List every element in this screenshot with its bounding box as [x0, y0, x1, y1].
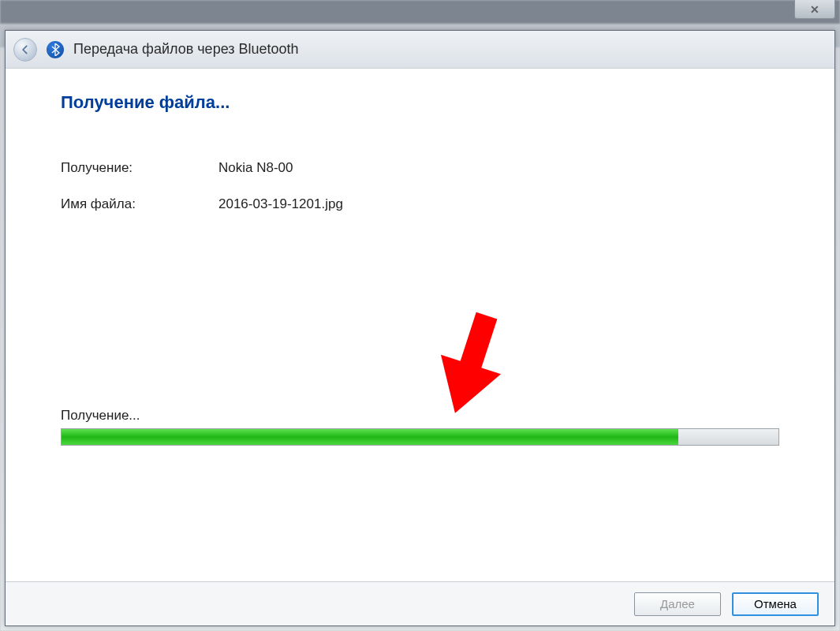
- cancel-button-label: Отмена: [754, 597, 797, 610]
- row-receive-from: Получение: Nokia N8-00: [61, 160, 787, 176]
- receive-value: Nokia N8-00: [218, 160, 293, 176]
- cancel-button[interactable]: Отмена: [732, 592, 819, 616]
- bluetooth-transfer-wizard: Передача файлов через Bluetooth Получени…: [5, 30, 835, 626]
- progress-section: Получение...: [61, 408, 779, 446]
- progress-bar: [61, 428, 779, 446]
- back-button[interactable]: [13, 38, 37, 62]
- wizard-footer: Далее Отмена: [6, 581, 834, 625]
- wizard-header: Передача файлов через Bluetooth: [6, 31, 834, 69]
- progress-label: Получение...: [61, 408, 779, 424]
- wizard-title: Передача файлов через Bluetooth: [73, 41, 299, 58]
- arrow-left-icon: [20, 44, 31, 55]
- progress-fill: [62, 429, 678, 445]
- next-button-label: Далее: [660, 597, 695, 610]
- receive-label: Получение:: [61, 160, 218, 176]
- svg-rect-0: [459, 312, 497, 372]
- page-heading: Получение файла...: [61, 92, 787, 113]
- window-close-background: ✕: [794, 0, 835, 19]
- wizard-body: Получение файла... Получение: Nokia N8-0…: [6, 69, 834, 581]
- filename-label: Имя файла:: [61, 196, 218, 212]
- filename-value: 2016-03-19-1201.jpg: [218, 196, 343, 212]
- bluetooth-icon: [47, 41, 64, 58]
- close-icon: ✕: [810, 3, 819, 16]
- next-button: Далее: [634, 592, 721, 616]
- row-filename: Имя файла: 2016-03-19-1201.jpg: [61, 196, 787, 212]
